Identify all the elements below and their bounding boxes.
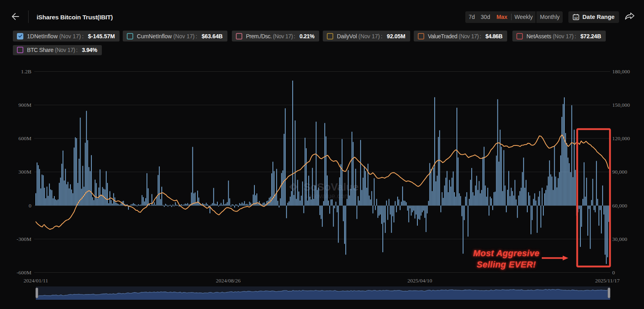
svg-text:2024/08/26: 2024/08/26 (216, 278, 241, 284)
svg-text:0: 0 (612, 270, 615, 276)
svg-text:0: 0 (29, 203, 31, 209)
svg-text:150,000: 150,000 (612, 102, 630, 108)
svg-text:2025/04/10: 2025/04/10 (407, 278, 432, 284)
svg-text:180,000: 180,000 (612, 68, 630, 75)
svg-text:1.2B: 1.2B (21, 68, 31, 75)
svg-text:30,000: 30,000 (612, 236, 627, 242)
svg-text:12: 12 (574, 16, 578, 20)
svg-text:-600M: -600M (17, 270, 31, 276)
svg-text:90,000: 90,000 (612, 169, 627, 175)
svg-text:300M: 300M (19, 169, 31, 175)
svg-text:900M: 900M (19, 102, 31, 108)
svg-text:120,000: 120,000 (612, 135, 630, 141)
svg-text:2024/01/11: 2024/01/11 (23, 278, 48, 284)
svg-text:600M: 600M (19, 135, 31, 141)
svg-text:-300M: -300M (17, 236, 31, 242)
svg-text:2025/11/17: 2025/11/17 (595, 278, 619, 284)
svg-text:60,000: 60,000 (612, 203, 627, 209)
